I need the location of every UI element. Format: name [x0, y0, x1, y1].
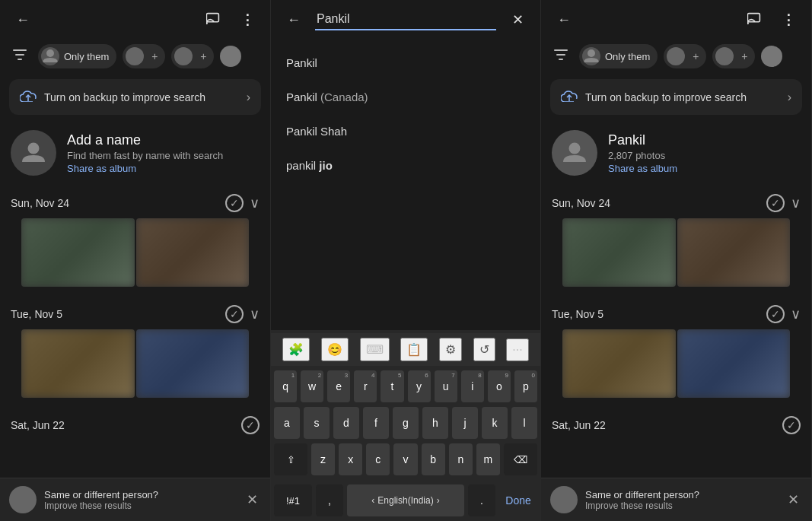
keyboard-rows: q1 w2 e3 r4 t5 y6 u7 i8 o9 p0 a s d f g …	[271, 366, 540, 484]
search-result-3[interactable]: pankil jio	[271, 148, 540, 183]
kb-f[interactable]: f	[363, 407, 389, 439]
right-only-them-chip[interactable]: Only them	[579, 44, 658, 68]
left-select-btn-2[interactable]: ✓	[225, 305, 244, 323]
lang-right-arrow: ›	[437, 495, 440, 506]
right-date-label-3: Sat, Jun 22	[552, 419, 606, 431]
right-expand-btn-1[interactable]: ∨	[791, 195, 801, 211]
right-photo-1-2[interactable]	[677, 218, 791, 287]
kb-emoji-btn[interactable]: 😊	[321, 338, 349, 361]
kb-puzzle-btn[interactable]: 🧩	[282, 338, 310, 361]
kb-p[interactable]: p0	[514, 370, 537, 402]
right-more-button[interactable]: ⋮	[775, 6, 802, 33]
search-result-2[interactable]: Pankil Shah	[271, 114, 540, 148]
kb-d[interactable]: d	[333, 407, 359, 439]
left-partial-chip	[220, 46, 241, 67]
right-select-btn-3[interactable]: ✓	[782, 416, 801, 434]
right-add-chip-plus-2: +	[737, 49, 752, 64]
right-add-chip-2[interactable]: +	[712, 44, 755, 68]
left-suggestion-close[interactable]: ✕	[244, 488, 261, 511]
right-photo-2-2[interactable]	[677, 329, 791, 398]
kb-l[interactable]: l	[511, 407, 537, 439]
left-photo-2-1[interactable]	[21, 329, 135, 398]
search-result-0[interactable]: Pankil	[271, 46, 540, 80]
middle-close-button[interactable]: ✕	[504, 6, 531, 33]
right-suggestion-close[interactable]: ✕	[785, 488, 802, 511]
kb-comma[interactable]: ,	[316, 484, 343, 516]
right-expand-btn-2[interactable]: ∨	[791, 306, 801, 322]
kb-z[interactable]: z	[311, 443, 335, 475]
svg-point-7	[28, 143, 40, 154]
kb-row-1: q1 w2 e3 r4 t5 y6 u7 i8 o9 p0	[274, 370, 537, 402]
kb-w[interactable]: w2	[301, 370, 323, 402]
right-cast-button[interactable]	[741, 6, 769, 33]
left-person-avatar	[11, 130, 56, 176]
right-backup-banner[interactable]: Turn on backup to improve search ›	[550, 79, 802, 115]
left-select-btn-1[interactable]: ✓	[225, 194, 244, 212]
kb-b[interactable]: b	[422, 443, 445, 475]
right-photo-1-1[interactable]	[562, 218, 676, 287]
kb-a[interactable]: a	[274, 407, 300, 439]
result-text-0: Pankil	[286, 56, 317, 69]
left-only-them-chip[interactable]: Only them	[38, 44, 116, 68]
kb-v[interactable]: v	[393, 443, 417, 475]
kb-s[interactable]: s	[304, 407, 330, 439]
kb-settings-btn[interactable]: ⚙	[439, 338, 462, 361]
left-person-card: Add a name Find them fast by name with s…	[0, 121, 270, 185]
kb-u[interactable]: u7	[435, 370, 457, 402]
kb-sym-key[interactable]: !#1	[274, 484, 312, 516]
left-back-button[interactable]: ←	[9, 6, 37, 33]
kb-j[interactable]: j	[452, 407, 478, 439]
left-expand-btn-2[interactable]: ∨	[250, 306, 260, 322]
left-more-button[interactable]: ⋮	[234, 6, 261, 33]
left-cast-button[interactable]	[200, 6, 228, 33]
right-suggestion-bar: Same or different person? Improve these …	[541, 478, 811, 521]
kb-shift[interactable]: ⇧	[274, 443, 307, 475]
kb-n[interactable]: n	[449, 443, 473, 475]
kb-r[interactable]: r4	[354, 370, 377, 402]
kb-c[interactable]: c	[366, 443, 390, 475]
left-date-label-1: Sun, Nov 24	[11, 197, 69, 209]
right-date-label-1: Sun, Nov 24	[552, 197, 610, 209]
left-filter-icon-button[interactable]	[8, 44, 32, 68]
right-select-btn-2[interactable]: ✓	[766, 305, 785, 323]
kb-gboard-btn[interactable]: ⌨	[360, 338, 390, 361]
kb-k[interactable]: k	[482, 407, 508, 439]
search-input[interactable]	[315, 9, 496, 30]
kb-period[interactable]: .	[468, 484, 495, 516]
kb-y[interactable]: y6	[408, 370, 431, 402]
right-select-btn-1[interactable]: ✓	[766, 194, 785, 212]
kb-clipboard-btn[interactable]: 📋	[400, 338, 428, 361]
kb-lang-key[interactable]: ‹ English(India) ›	[347, 484, 464, 516]
kb-m[interactable]: m	[476, 443, 500, 475]
left-add-chip-1[interactable]: +	[123, 44, 165, 68]
left-expand-btn-1[interactable]: ∨	[250, 195, 260, 211]
left-photo-1-1[interactable]	[21, 218, 135, 287]
kb-done-button[interactable]: Done	[499, 484, 537, 516]
right-filter-icon-button[interactable]	[549, 44, 573, 68]
left-add-chip-2[interactable]: +	[171, 44, 214, 68]
kb-x[interactable]: x	[339, 443, 362, 475]
kb-backspace[interactable]: ⌫	[504, 443, 537, 475]
left-share-album[interactable]: Share as album	[67, 163, 223, 174]
middle-back-button[interactable]: ←	[280, 6, 307, 33]
right-back-button[interactable]: ←	[550, 6, 578, 33]
kb-h[interactable]: h	[422, 407, 448, 439]
left-backup-banner[interactable]: Turn on backup to improve search ›	[9, 79, 261, 115]
kb-translate-btn[interactable]: ↺	[473, 338, 495, 361]
kb-g[interactable]: g	[393, 407, 419, 439]
left-panel: ← ⋮	[0, 0, 271, 521]
kb-i[interactable]: i8	[461, 370, 484, 402]
right-photo-2-1[interactable]	[562, 329, 676, 398]
right-share-album[interactable]: Share as album	[608, 163, 677, 174]
kb-q[interactable]: q1	[274, 370, 297, 402]
right-add-chip-1[interactable]: +	[664, 44, 706, 68]
kb-more-btn[interactable]: ···	[506, 338, 528, 361]
kb-o[interactable]: o9	[488, 370, 511, 402]
left-select-btn-3[interactable]: ✓	[241, 416, 260, 434]
kb-e[interactable]: e3	[327, 370, 350, 402]
left-photo-2-2[interactable]	[136, 329, 250, 398]
left-photo-1-2[interactable]	[136, 218, 250, 287]
search-result-1[interactable]: Pankil (Canada)	[271, 80, 540, 114]
kb-t[interactable]: t5	[381, 370, 403, 402]
left-top-bar: ← ⋮	[0, 0, 270, 40]
